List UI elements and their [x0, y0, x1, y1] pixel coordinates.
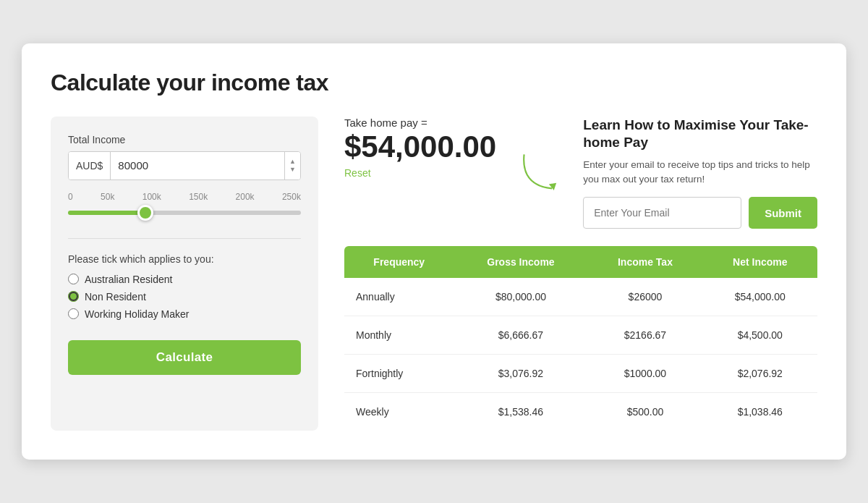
cell-net: $4,500.00	[703, 316, 817, 355]
table-row: Weekly$1,538.46$500.00$1,038.46	[344, 393, 817, 431]
spinner-up-icon: ▲	[289, 158, 296, 166]
email-input[interactable]	[583, 197, 741, 229]
cell-gross: $3,076.92	[454, 355, 588, 393]
radio-working-holiday-label: Working Holiday Maker	[85, 308, 189, 320]
calculate-button[interactable]: Calculate	[68, 340, 301, 375]
arrow-area	[518, 117, 561, 229]
table-header: Frequency Gross Income Income Tax Net In…	[344, 246, 817, 278]
radio-australian-resident[interactable]: Australian Resident	[68, 274, 301, 285]
col-header-frequency: Frequency	[344, 246, 454, 278]
right-panel: Take home pay = $54,000.00 Reset Learn H…	[318, 117, 817, 431]
cell-frequency: Fortnightly	[344, 355, 454, 393]
slider-label-200k: 200k	[236, 192, 255, 202]
cell-frequency: Monthly	[344, 316, 454, 355]
radio-working-holiday-input[interactable]	[68, 308, 79, 319]
reset-link[interactable]: Reset	[344, 167, 371, 179]
radio-non-resident[interactable]: Non Resident	[68, 291, 301, 303]
currency-label: AUD$	[69, 152, 111, 179]
table-body: Annually$80,000.00$26000$54,000.00Monthl…	[344, 278, 817, 431]
table-row: Monthly$6,666.67$2166.67$4,500.00	[344, 316, 817, 355]
submit-button[interactable]: Submit	[749, 197, 817, 229]
applies-label: Please tick which applies to you:	[68, 253, 301, 265]
cell-tax: $500.00	[587, 393, 702, 431]
radio-australian-label: Australian Resident	[85, 274, 172, 285]
main-layout: Total Income AUD$ ▲ ▼ 0 50k 100k 150k 20…	[51, 117, 817, 431]
residency-radio-group: Australian Resident Non Resident Working…	[68, 274, 301, 320]
promo-title: Learn How to Maximise Your Take-home Pay	[583, 117, 817, 152]
cell-net: $1,038.46	[703, 393, 817, 431]
cell-net: $54,000.00	[703, 278, 817, 316]
total-income-label: Total Income	[68, 134, 301, 145]
slider-label-250k: 250k	[282, 192, 301, 202]
slider-container	[68, 205, 301, 218]
col-header-gross-income: Gross Income	[454, 246, 588, 278]
radio-working-holiday[interactable]: Working Holiday Maker	[68, 308, 301, 320]
spinner-button[interactable]: ▲ ▼	[284, 152, 300, 179]
col-header-income-tax: Income Tax	[587, 246, 702, 278]
slider-label-100k: 100k	[142, 192, 161, 202]
take-home-area: Take home pay = $54,000.00 Reset	[344, 117, 496, 229]
cell-net: $2,076.92	[703, 355, 817, 393]
spinner-down-icon: ▼	[289, 166, 296, 174]
cell-gross: $80,000.00	[454, 278, 588, 316]
section-divider	[68, 238, 301, 239]
main-card: Calculate your income tax Total Income A…	[22, 43, 846, 460]
email-promo-area: Learn How to Maximise Your Take-home Pay…	[583, 117, 817, 229]
curved-arrow-icon	[518, 144, 561, 202]
slider-label-0: 0	[68, 192, 73, 202]
table-header-row: Frequency Gross Income Income Tax Net In…	[344, 246, 817, 278]
radio-non-resident-label: Non Resident	[85, 291, 146, 303]
cell-frequency: Weekly	[344, 393, 454, 431]
income-slider[interactable]	[68, 211, 301, 215]
top-section: Take home pay = $54,000.00 Reset Learn H…	[344, 117, 817, 229]
promo-description: Enter your email to receive top tips and…	[583, 158, 817, 187]
cell-gross: $1,538.46	[454, 393, 588, 431]
results-table: Frequency Gross Income Income Tax Net In…	[344, 246, 817, 431]
table-row: Annually$80,000.00$26000$54,000.00	[344, 278, 817, 316]
cell-gross: $6,666.67	[454, 316, 588, 355]
take-home-amount: $54,000.00	[344, 130, 496, 164]
slider-label-150k: 150k	[189, 192, 208, 202]
svg-marker-0	[549, 182, 556, 190]
radio-non-resident-input[interactable]	[68, 291, 79, 302]
left-panel: Total Income AUD$ ▲ ▼ 0 50k 100k 150k 20…	[51, 117, 318, 431]
page-title: Calculate your income tax	[51, 69, 817, 96]
income-input-row: AUD$ ▲ ▼	[68, 151, 301, 180]
col-header-net-income: Net Income	[703, 246, 817, 278]
cell-tax: $26000	[587, 278, 702, 316]
table-row: Fortnightly$3,076.92$1000.00$2,076.92	[344, 355, 817, 393]
cell-tax: $2166.67	[587, 316, 702, 355]
take-home-label: Take home pay =	[344, 117, 496, 129]
income-input[interactable]	[111, 152, 284, 179]
slider-labels: 0 50k 100k 150k 200k 250k	[68, 192, 301, 202]
email-row: Submit	[583, 197, 817, 229]
slider-label-50k: 50k	[101, 192, 114, 202]
radio-australian-input[interactable]	[68, 274, 79, 284]
cell-frequency: Annually	[344, 278, 454, 316]
cell-tax: $1000.00	[587, 355, 702, 393]
